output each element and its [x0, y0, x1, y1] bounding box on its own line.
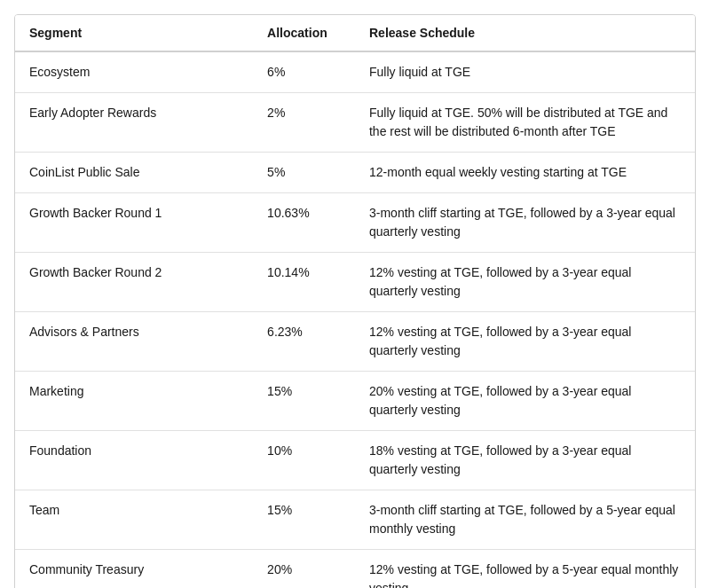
- cell-allocation: 10%: [253, 431, 355, 490]
- cell-allocation: 15%: [253, 372, 355, 431]
- cell-release: 20% vesting at TGE, followed by a 3-year…: [355, 372, 695, 431]
- table-row: Advisors & Partners6.23%12% vesting at T…: [15, 312, 695, 372]
- cell-release: 12% vesting at TGE, followed by a 5-year…: [355, 550, 695, 589]
- table-row: Growth Backer Round 210.14%12% vesting a…: [15, 253, 695, 312]
- header-allocation: Allocation: [253, 15, 355, 51]
- table-row: Ecosystem6%Fully liquid at TGE: [15, 51, 695, 93]
- table-row: Community Treasury20%12% vesting at TGE,…: [15, 550, 695, 589]
- cell-allocation: 20%: [253, 550, 355, 589]
- table-row: Marketing15%20% vesting at TGE, followed…: [15, 372, 695, 431]
- cell-segment: Community Treasury: [15, 550, 253, 589]
- cell-segment: Early Adopter Rewards: [15, 93, 253, 153]
- cell-allocation: 6.23%: [253, 312, 355, 372]
- cell-segment: Team: [15, 490, 253, 550]
- cell-allocation: 5%: [253, 153, 355, 193]
- cell-segment: CoinList Public Sale: [15, 153, 253, 193]
- cell-segment: Growth Backer Round 2: [15, 253, 253, 312]
- table-row: CoinList Public Sale5%12-month equal wee…: [15, 153, 695, 193]
- cell-release: 12% vesting at TGE, followed by a 3-year…: [355, 312, 695, 372]
- cell-segment: Foundation: [15, 431, 253, 490]
- table-row: Early Adopter Rewards2%Fully liquid at T…: [15, 93, 695, 153]
- cell-allocation: 15%: [253, 490, 355, 550]
- cell-release: 18% vesting at TGE, followed by a 3-year…: [355, 431, 695, 490]
- table-header-row: Segment Allocation Release Schedule: [15, 15, 695, 51]
- header-segment: Segment: [15, 15, 253, 51]
- cell-release: 3-month cliff starting at TGE, followed …: [355, 490, 695, 550]
- table-row: Team15%3-month cliff starting at TGE, fo…: [15, 490, 695, 550]
- cell-allocation: 10.14%: [253, 253, 355, 312]
- cell-allocation: 10.63%: [253, 193, 355, 253]
- cell-release: Fully liquid at TGE. 50% will be distrib…: [355, 93, 695, 153]
- cell-release: 3-month cliff starting at TGE, followed …: [355, 193, 695, 253]
- token-allocation-table: Segment Allocation Release Schedule Ecos…: [14, 14, 696, 588]
- cell-segment: Ecosystem: [15, 51, 253, 93]
- table-row: Foundation10%18% vesting at TGE, followe…: [15, 431, 695, 490]
- cell-segment: Growth Backer Round 1: [15, 193, 253, 253]
- cell-release: Fully liquid at TGE: [355, 51, 695, 93]
- cell-release: 12% vesting at TGE, followed by a 3-year…: [355, 253, 695, 312]
- cell-allocation: 6%: [253, 51, 355, 93]
- table-row: Growth Backer Round 110.63%3-month cliff…: [15, 193, 695, 253]
- cell-segment: Advisors & Partners: [15, 312, 253, 372]
- cell-segment: Marketing: [15, 372, 253, 431]
- cell-allocation: 2%: [253, 93, 355, 153]
- header-release: Release Schedule: [355, 15, 695, 51]
- cell-release: 12-month equal weekly vesting starting a…: [355, 153, 695, 193]
